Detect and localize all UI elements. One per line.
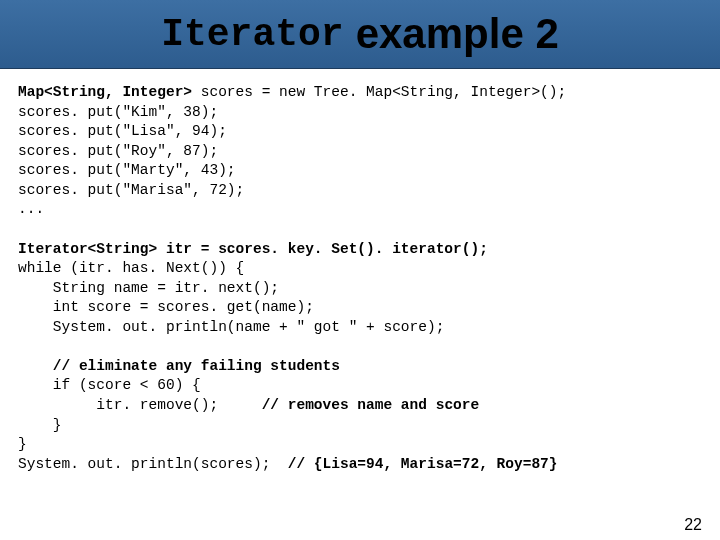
code-l15b: // removes name and score: [218, 397, 479, 413]
code-l4: scores. put("Roy", 87);: [18, 143, 218, 159]
code-l2: scores. put("Kim", 38);: [18, 104, 218, 120]
code-l17: }: [18, 436, 27, 452]
page-number: 22: [684, 516, 702, 534]
code-l11: int score = scores. get(name);: [18, 299, 314, 315]
code-l14a: if (score < 60) {: [18, 377, 201, 393]
title-sans: example 2: [356, 10, 559, 58]
code-l6: scores. put("Marisa", 72);: [18, 182, 244, 198]
code-l3: scores. put("Lisa", 94);: [18, 123, 227, 139]
code-l13: // eliminate any failing students: [18, 358, 340, 374]
code-l8: Iterator<String> itr = scores. key. Set(…: [18, 241, 488, 257]
code-l9: while (itr. has. Next()) {: [18, 260, 244, 276]
code-l16: }: [18, 417, 62, 433]
code-l12: System. out. println(name + " got " + sc…: [18, 319, 444, 335]
code-l10: String name = itr. next();: [18, 280, 279, 296]
title-bar: Iterator example 2: [0, 0, 720, 69]
title-mono: Iterator: [161, 13, 343, 56]
code-l1a: Map<String, Integer>: [18, 84, 192, 100]
code-l1b: scores = new Tree. Map<String, Integer>(…: [192, 84, 566, 100]
code-l7: ...: [18, 201, 44, 217]
slide: Iterator example 2 Map<String, Integer> …: [0, 0, 720, 540]
code-block: Map<String, Integer> scores = new Tree. …: [0, 69, 720, 474]
code-l5: scores. put("Marty", 43);: [18, 162, 236, 178]
code-l18b: // {Lisa=94, Marisa=72, Roy=87}: [288, 456, 558, 472]
code-l15a: itr. remove();: [18, 397, 218, 413]
code-l18a: System. out. println(scores);: [18, 456, 288, 472]
